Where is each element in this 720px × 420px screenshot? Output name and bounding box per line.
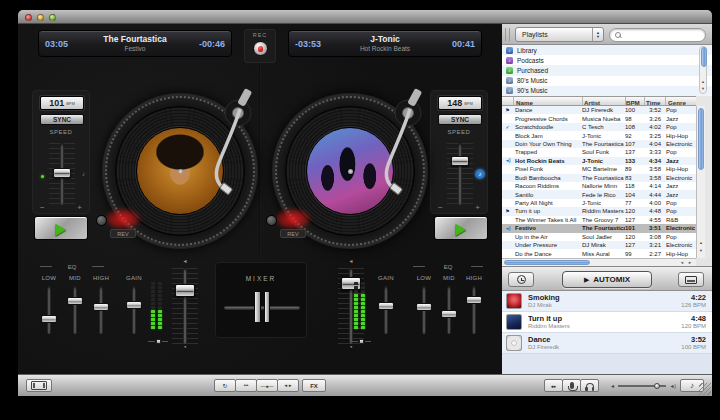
sidebar-item[interactable]: ♪ Library	[502, 45, 712, 55]
eq-high-left-knob[interactable]	[93, 303, 109, 311]
deck-right-speed-slider[interactable]	[458, 143, 462, 205]
queue-row[interactable]: Turn it up Riddim Masters 4:48 120 BPM	[502, 312, 712, 333]
table-row[interactable]: Pixel Funk MC Bartelme 89 3:58 Hip-Hop	[502, 165, 696, 173]
eq-high-left-slider[interactable]	[92, 282, 110, 338]
gain-right-knob[interactable]	[378, 302, 394, 310]
deck-right-sync-button[interactable]: SYNC	[438, 114, 482, 125]
table-row[interactable]: Santilo Fede le Rico 104 4:44 Jazz	[502, 190, 696, 198]
table-hscroll-thumb[interactable]	[504, 260, 590, 265]
table-row[interactable]: Trapped Soul Funk 137 3:33 Pop	[502, 148, 696, 156]
header-time[interactable]: Time	[646, 99, 660, 106]
table-vertical-scrollbar[interactable]: ▲ ▼	[696, 106, 705, 258]
header-artist[interactable]: Artist	[584, 99, 600, 106]
scroll-up-icon[interactable]: ▲	[697, 240, 705, 245]
header-name[interactable]: Name	[516, 99, 533, 106]
track-table-header[interactable]: Name Artist BPM Time Genre	[502, 96, 696, 106]
display-mode-button[interactable]	[678, 272, 704, 287]
table-row[interactable]: Progressive Chords Musica Nueba 98 3:26 …	[502, 114, 696, 122]
table-row[interactable]: ⚑ Dance DJ Fireredk 100 3:52 Pop	[502, 106, 696, 114]
deck-right-rev-button[interactable]: REV	[280, 229, 306, 238]
queue-row[interactable]: Dance DJ Fireredk 3:52 100 BPM	[502, 333, 712, 354]
transition-time-button[interactable]	[508, 272, 534, 287]
eq-high-right-slider[interactable]	[465, 282, 483, 338]
table-vscroll-thumb[interactable]	[698, 108, 704, 170]
xfader-assign-right[interactable]	[351, 338, 371, 344]
eq-mid-right-knob[interactable]	[441, 310, 457, 318]
loop-button[interactable]: ↻	[214, 379, 236, 392]
table-row[interactable]: ✓ Scratchdoodle C Tesch 108 4:02 Pop	[502, 123, 696, 131]
scroll-up-icon[interactable]: ▲	[700, 79, 706, 84]
close-button[interactable]	[25, 14, 32, 21]
header-genre[interactable]: Genre	[668, 99, 686, 106]
pitch-knob-right[interactable]	[266, 215, 277, 226]
table-row[interactable]: Up in the Air Soul Jadler 120 3:08 Pop	[502, 233, 696, 241]
table-row[interactable]: Do the Dance Miss Aural 99 2:27 Hip-Hop	[502, 249, 696, 257]
sidebar-item[interactable]: ♪ Podcasts	[502, 55, 712, 65]
gain-right-slider[interactable]	[377, 282, 395, 338]
sidebar-item[interactable]: ♪ Purchased	[502, 65, 712, 75]
table-horizontal-scrollbar[interactable]: ◄ ►	[502, 258, 696, 266]
deck-left-rev-button[interactable]: REV	[110, 229, 136, 238]
deck-right-speed-plus[interactable]: +	[475, 203, 480, 212]
queue-row[interactable]: Smoking DJ Mirak 4:22 126 BPM	[502, 291, 712, 312]
table-row[interactable]: Budi Bamboocha The Fourtastica 83 3:58 E…	[502, 174, 696, 182]
sidebar-scrollbar-thumb[interactable]	[701, 47, 707, 67]
table-row[interactable]: Party All Night J-Tonic 77 4:00 Pop	[502, 199, 696, 207]
channel-fader-left-track[interactable]	[183, 268, 187, 344]
volume-slider[interactable]	[618, 385, 666, 387]
deck-right-play-button[interactable]: ▶	[434, 216, 488, 240]
gain-left-knob[interactable]	[126, 301, 142, 309]
deck-right-speed-knob[interactable]	[451, 156, 469, 166]
scroll-left-icon[interactable]: ◄	[680, 260, 684, 265]
search-input[interactable]	[624, 32, 699, 39]
scroll-down-icon[interactable]: ▼	[700, 86, 706, 91]
eq-low-right-slider[interactable]	[415, 282, 433, 338]
deck-left-speed-knob[interactable]	[53, 168, 71, 178]
eq-low-right-knob[interactable]	[416, 303, 432, 311]
eq-mid-left-slider[interactable]	[66, 282, 84, 338]
sidebar-item[interactable]: ♪ 90's Music	[502, 86, 712, 96]
deck-left-sync-button[interactable]: SYNC	[40, 114, 84, 125]
xfader-assign-left[interactable]	[148, 338, 168, 344]
gain-left-slider[interactable]	[125, 282, 143, 338]
tonearm-left[interactable]	[194, 87, 264, 217]
table-row[interactable]: ◄) Hot Rockin Beats J-Tonic 133 4:34 Jaz…	[502, 157, 696, 165]
source-dropdown[interactable]: Playlists ▲▼	[515, 27, 604, 42]
scroll-right-icon[interactable]: ►	[688, 260, 692, 265]
deck-right-speed-minus[interactable]: −	[438, 203, 443, 212]
table-row[interactable]: Block Jam J-Tonic 92 3:25 Hip-Hop	[502, 131, 696, 139]
scroll-down-icon[interactable]: ▼	[697, 248, 705, 253]
channel-fader-left-knob[interactable]	[175, 284, 195, 297]
titlebar[interactable]	[18, 10, 712, 24]
pitch-knob-left[interactable]	[96, 215, 107, 226]
eq-low-left-knob[interactable]	[41, 315, 57, 323]
volume-knob[interactable]	[654, 383, 660, 389]
table-row[interactable]: Doin Your Own Thing The Fourtastica 107 …	[502, 140, 696, 148]
eq-high-right-knob[interactable]	[466, 296, 482, 304]
automix-button[interactable]: ▶ AUTOMIX	[562, 271, 652, 288]
table-row[interactable]: ⚑ Turn it up Riddim Masters 120 4:48 Pop	[502, 207, 696, 215]
headphones-button[interactable]	[580, 379, 599, 392]
record-output-button[interactable]: ●▸	[544, 379, 563, 392]
eq-mid-right-slider[interactable]	[440, 282, 458, 338]
minimize-button[interactable]	[37, 14, 44, 21]
table-row[interactable]: Under Pressure DJ Mirak 127 3:21 Electro…	[502, 241, 696, 249]
sidebar-item[interactable]: ♪ 80's Music	[502, 76, 712, 86]
search-field[interactable]	[609, 28, 706, 42]
table-row[interactable]: The Winner Takes It All The Groovy 7 127…	[502, 216, 696, 224]
resize-grip[interactable]	[699, 383, 711, 395]
transition-button[interactable]: ◄►	[277, 379, 299, 392]
eq-mid-left-knob[interactable]	[67, 297, 83, 305]
sidebar-scrollbar[interactable]: ▲ ▼	[699, 46, 707, 94]
fullscreen-button[interactable]	[26, 379, 52, 392]
tonearm-right[interactable]	[364, 87, 434, 217]
eq-low-left-slider[interactable]	[40, 282, 58, 338]
zoom-button[interactable]	[49, 14, 56, 21]
microphone-button[interactable]	[562, 379, 581, 392]
deck-left-speed-minus[interactable]: −	[40, 203, 45, 212]
record-button[interactable]	[253, 41, 268, 56]
crossfader-knob[interactable]	[254, 291, 270, 323]
deck-left-speed-plus[interactable]: +	[77, 203, 82, 212]
header-bpm[interactable]: BPM	[626, 99, 640, 106]
pitch-slider-button[interactable]: —●—	[256, 379, 278, 392]
